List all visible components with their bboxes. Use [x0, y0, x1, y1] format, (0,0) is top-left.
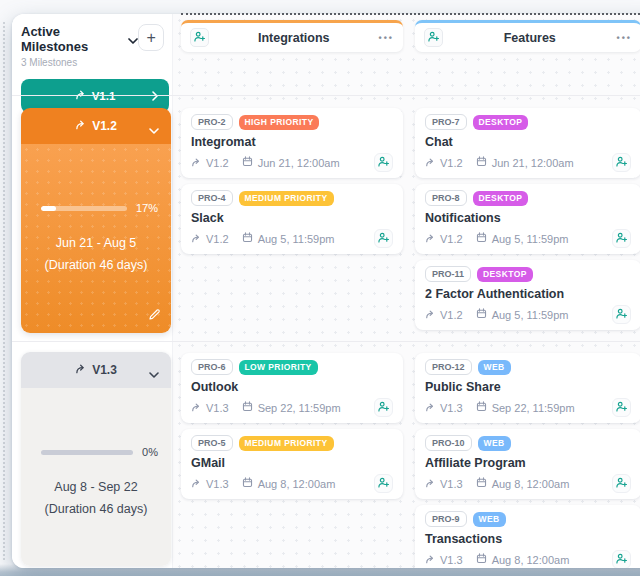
- date-range: Aug 8 - Sep 22: [21, 477, 171, 499]
- card-badges: PRO-2 HIGH PRIORITY: [191, 114, 393, 130]
- lane-v11-empty: [181, 52, 640, 96]
- assign-user-button[interactable]: [612, 550, 631, 568]
- card-badges: PRO-10 WEB: [425, 435, 631, 451]
- task-due-date: Sep 22, 11:59pm: [492, 402, 575, 414]
- assign-user-button[interactable]: [374, 398, 393, 417]
- ticket-id-badge: PRO-8: [425, 190, 467, 206]
- board-area: Integrations ••• Features ••• PRO-2: [172, 14, 640, 568]
- task-card[interactable]: PRO-9 WEB Transactions V1.3 Aug 8, 12:00…: [415, 505, 640, 568]
- assign-user-button[interactable]: [612, 153, 631, 172]
- task-title: Transactions: [425, 532, 631, 546]
- milestone-arrow-icon: [191, 402, 201, 414]
- assign-user-button[interactable]: [190, 28, 209, 47]
- assign-user-button[interactable]: [374, 153, 393, 172]
- calendar-icon: [476, 232, 487, 245]
- calendar-icon: [242, 156, 253, 169]
- task-due-date: Aug 8, 12:00am: [492, 478, 570, 490]
- task-card[interactable]: PRO-11 DESKTOP 2 Factor Authentication V…: [415, 260, 640, 330]
- task-card[interactable]: PRO-10 WEB Affiliate Program V1.3 Aug 8,…: [415, 429, 640, 499]
- ticket-id-badge: PRO-4: [191, 190, 233, 206]
- task-title: 2 Factor Authentication: [425, 287, 631, 301]
- assign-user-button[interactable]: [612, 474, 631, 493]
- assign-user-button[interactable]: [374, 229, 393, 248]
- milestone-v13-header[interactable]: V1.3: [21, 352, 171, 388]
- assign-user-button[interactable]: [424, 28, 443, 47]
- milestone-v12-label: V1.2: [92, 119, 117, 133]
- assign-user-button[interactable]: [612, 229, 631, 248]
- ticket-id-badge: PRO-7: [425, 114, 467, 130]
- task-title: Public Share: [425, 380, 631, 394]
- ticket-id-badge: PRO-9: [425, 511, 467, 527]
- task-card[interactable]: PRO-7 DESKTOP Chat V1.2 Jun 21, 12:00am: [415, 108, 640, 178]
- assign-user-button[interactable]: [612, 398, 631, 417]
- ellipsis-menu-icon[interactable]: •••: [379, 33, 394, 43]
- active-milestones-dropdown[interactable]: Active Milestones: [21, 24, 138, 54]
- task-due-date: Aug 5, 11:59pm: [258, 233, 335, 245]
- tag-badge: HIGH PRIORITY: [239, 115, 320, 130]
- assign-user-button[interactable]: [612, 305, 631, 324]
- task-meta: V1.2 Aug 5, 11:59pm: [191, 229, 393, 248]
- task-meta: V1.2 Jun 21, 12:00am: [425, 153, 631, 172]
- task-milestone: V1.2: [206, 157, 229, 169]
- milestones-sidebar: Active Milestones 3 Milestones + V1.1: [12, 14, 172, 568]
- milestone-v13-dates: Aug 8 - Sep 22 (Duration 46 days): [21, 477, 171, 521]
- tag-badge: LOW PRIORITY: [239, 360, 318, 375]
- task-card[interactable]: PRO-2 HIGH PRIORITY Integromat V1.2 Jun …: [181, 108, 403, 178]
- task-meta: V1.3 Aug 8, 12:00am: [425, 550, 631, 568]
- date-range: Jun 21 - Aug 5: [21, 233, 171, 255]
- task-title: Outlook: [191, 380, 393, 394]
- add-milestone-button[interactable]: +: [138, 24, 164, 51]
- task-due-date: Sep 22, 11:59pm: [258, 402, 341, 414]
- task-meta: V1.3 Sep 22, 11:59pm: [191, 398, 393, 417]
- task-card[interactable]: PRO-5 MEDIUM PRIORITY GMail V1.3 Aug 8, …: [181, 429, 403, 499]
- task-card[interactable]: PRO-6 LOW PRIORITY Outlook V1.3 Sep 22, …: [181, 353, 403, 423]
- tag-badge: MEDIUM PRIORITY: [239, 191, 334, 206]
- task-milestone: V1.3: [440, 402, 463, 414]
- lane-v12: PRO-2 HIGH PRIORITY Integromat V1.2 Jun …: [181, 96, 640, 341]
- ticket-id-badge: PRO-10: [425, 435, 472, 451]
- column-headers-row: Integrations ••• Features •••: [181, 20, 640, 52]
- milestone-arrow-icon: [75, 90, 86, 102]
- milestones-panel: Active Milestones 3 Milestones + V1.1: [12, 14, 640, 568]
- add-user-icon: [428, 30, 439, 45]
- milestone-count: 3 Milestones: [21, 57, 138, 68]
- tag-badge: WEB: [478, 360, 511, 375]
- edit-milestone-button[interactable]: [148, 308, 161, 324]
- task-meta: V1.3 Aug 8, 12:00am: [425, 474, 631, 493]
- assign-user-button[interactable]: [374, 474, 393, 493]
- add-user-icon: [378, 400, 389, 415]
- chevron-right-icon: [152, 91, 158, 103]
- sidebar-header: Active Milestones 3 Milestones +: [21, 24, 169, 68]
- task-card[interactable]: PRO-8 DESKTOP Notifications V1.2 Aug 5, …: [415, 184, 640, 254]
- task-due-date: Aug 5, 11:59pm: [492, 233, 569, 245]
- duration: (Duration 46 days): [21, 499, 171, 521]
- calendar-icon: [476, 401, 487, 414]
- add-user-icon: [616, 307, 627, 322]
- task-card[interactable]: PRO-4 MEDIUM PRIORITY Slack V1.2 Aug 5, …: [181, 184, 403, 254]
- task-milestone: V1.3: [440, 554, 463, 566]
- card-stack-integrations-v12: PRO-2 HIGH PRIORITY Integromat V1.2 Jun …: [181, 108, 403, 341]
- card-badges: PRO-5 MEDIUM PRIORITY: [191, 435, 393, 451]
- add-user-icon: [616, 476, 627, 491]
- tag-badge: DESKTOP: [473, 115, 529, 130]
- task-card[interactable]: PRO-12 WEB Public Share V1.3 Sep 22, 11:…: [415, 353, 640, 423]
- milestone-arrow-icon: [425, 478, 435, 490]
- add-user-icon: [378, 231, 389, 246]
- card-badges: PRO-8 DESKTOP: [425, 190, 631, 206]
- milestone-v12-body: 17% Jun 21 - Aug 5 (Duration 46 days): [21, 144, 171, 333]
- task-due-date: Jun 21, 12:00am: [492, 157, 574, 169]
- milestone-v13-body: 0% Aug 8 - Sep 22 (Duration 46 days): [21, 388, 171, 566]
- add-user-icon: [616, 400, 627, 415]
- milestone-v12-progress: 17%: [21, 144, 171, 214]
- column-header-features: Features •••: [415, 20, 640, 52]
- milestone-card-v13: V1.3 0% Aug 8 - Sep 22 (Duration 46 d: [21, 352, 171, 566]
- tag-badge: MEDIUM PRIORITY: [239, 436, 334, 451]
- sidebar-title-block: Active Milestones 3 Milestones: [21, 24, 138, 68]
- milestone-arrow-icon: [191, 157, 201, 169]
- chevron-down-icon: [149, 367, 159, 381]
- milestone-v12-header[interactable]: V1.2: [21, 108, 171, 144]
- lane-v13: PRO-6 LOW PRIORITY Outlook V1.3 Sep 22, …: [181, 341, 640, 568]
- ticket-id-badge: PRO-12: [425, 359, 472, 375]
- ellipsis-menu-icon[interactable]: •••: [617, 33, 632, 43]
- add-user-icon: [616, 552, 627, 567]
